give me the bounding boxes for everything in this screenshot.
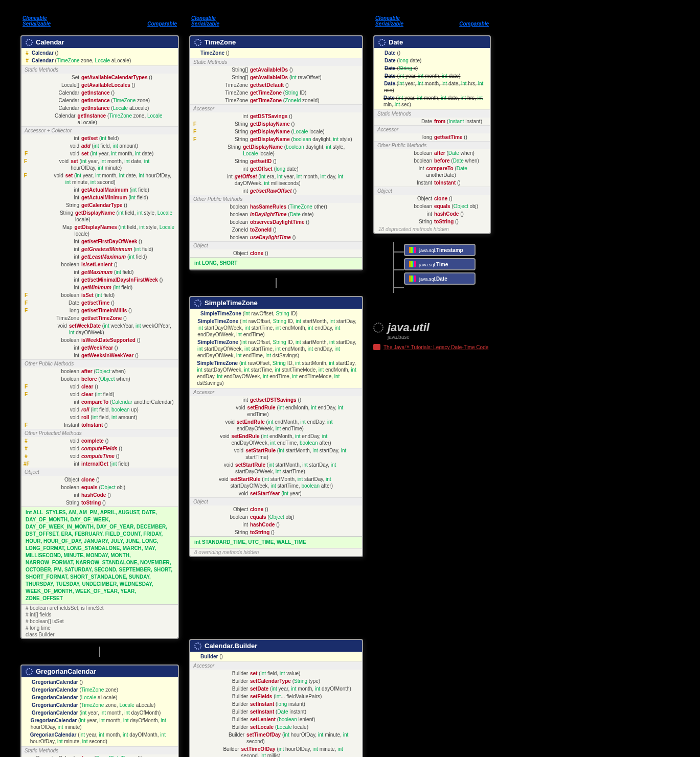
constructors: SimpleTimeZone (int rawOffset, String ID… [190,309,362,388]
method-row: String toString () [21,499,178,507]
method-row: int getDSTSavings () [190,112,362,120]
method-row: boolean equals (Object obj) [190,513,362,521]
method-row: # void complete () [21,437,178,445]
section-header: Object [374,187,490,195]
class-header: Calendar [21,36,178,48]
fields: int LONG, SHORT [190,257,362,269]
constructors: TimeZone () [190,48,362,58]
method-row: void setWeekDate (int weekYear, int week… [21,322,178,336]
constructors: GregorianCalendar ()GregorianCalendar (T… [21,677,178,746]
subclasses: java.sql.Timestampjava.sql.Timejava.sql.… [373,242,491,303]
subclass[interactable]: java.sql.Date [404,272,476,285]
method-row: void setEndRule (int endMonth, int endDa… [190,404,362,418]
class-icon [409,276,416,282]
class-header: Calendar.Builder [190,640,362,652]
method-row: boolean equals (Object obj) [374,202,490,210]
class-header: SimpleTimeZone [190,297,362,309]
method-row: F void clear () [21,383,178,391]
method-row: GregorianCalendar from (ZonedDateTime zd… [21,754,178,757]
method-row: F void set (int year, int month, int dat… [21,172,178,186]
method-row: int getOffset (long date) [190,165,362,173]
method-row: String get/setID () [190,157,362,165]
class-icon [194,39,201,46]
inheritance-line [189,278,363,288]
class-icon [409,247,416,253]
member: # long time [21,625,178,631]
method-row: void setStartRule (int startMonth, int s… [190,447,362,461]
tutorial-link[interactable]: The Java™ Tutorials: Legacy Date-Time Co… [373,344,491,350]
method-row: F Date get/setTime () [21,299,178,307]
class-header: TimeZone [190,36,362,48]
section-header: Accessor [190,661,362,670]
method-row: F long get/setTimeInMillis () [21,307,178,314]
method-row: void setStartYear (int year) [190,490,362,497]
method-row: boolean is/setLenient () [21,261,178,268]
method-row: void roll (int field, int amount) [21,414,178,421]
hidden-note: 18 deprecated methods hidden [374,225,490,233]
section-header: Static Methods [374,109,490,118]
method-row: F void clear (int field) [21,391,178,398]
method-row: int compareTo (Calendar anotherCalendar) [21,398,178,406]
method-row: int get/set (int field) [21,134,178,142]
method-row: Builder setInstant (long instant) [190,700,362,708]
method-row: boolean after (Date when) [374,149,490,157]
class-Calendar.Builder: Calendar.BuilderBuilder ()Accessor Build… [189,639,363,757]
method-row: TimeZone get/setDefault () [190,81,362,89]
method-row: Builder setTimeOfDay (int hourOfDay, int… [190,731,362,745]
method-row: boolean useDaylightTime () [190,234,362,241]
member: # int[] fields [21,611,178,618]
section-header: Object [190,241,362,249]
method-row: int getLeastMaximum (int field) [21,253,178,261]
implements: CloneableSerializable Comparable [373,15,491,28]
method-row: F Instant toInstant () [21,421,178,429]
class-GregorianCalendar: GregorianCalendarGregorianCalendar ()Gre… [20,664,179,757]
method-row: ZoneId toZoneId () [190,226,362,234]
class-icon [378,39,386,46]
method-row: int getGreatestMinimum (int field) [21,245,178,253]
method-row: int compareTo (Date anotherDate) [374,165,490,179]
method-row: F String getDisplayName (Locale locale) [190,128,362,135]
method-row: Builder setLocale (Locale locale) [190,723,362,731]
method-row: int hashCode () [190,521,362,529]
section-header: Other Protected Methods [21,429,178,437]
method-row: Builder setTimeOfDay (int hourOfDay, int… [190,745,362,757]
method-row: int get/setRawOffset () [190,187,362,195]
method-row: TimeZone getTimeZone (ZoneId zoneId) [190,97,362,104]
method-row: Calendar getInstance (TimeZone zone) [21,97,178,104]
method-row: void setEndRule (int endMonth, int endDa… [190,432,362,447]
method-row: boolean before (Object when) [21,375,178,383]
method-row: int hashCode () [21,491,178,499]
section-header: Accessor [190,388,362,396]
class-icon [409,261,416,267]
class-icon [194,300,201,307]
method-row: F void set (int year, int month, int dat… [21,157,178,172]
method-row: int getActualMaximum (int field) [21,186,178,194]
method-row: int get/setFirstDayOfWeek () [21,238,178,245]
method-row: Object clone () [190,506,362,513]
section-header: Object [190,497,362,506]
method-row: Calendar getInstance (Locale aLocale) [21,104,178,112]
section-header: Accessor + Collector [21,126,178,134]
method-row: void setStartRule (int startMonth, int s… [190,461,362,475]
method-row: # void computeTime () [21,452,178,460]
section-header: Accessor [190,104,362,112]
method-row: Builder setFields (int... fieldValuePair… [190,693,362,700]
class-Date: DateDate ()Date (long date)Date (String … [373,35,491,234]
method-row: int getActualMinimum (int field) [21,194,178,201]
hidden-note: 8 overriding methods hidden [190,548,362,556]
constructors: #Calendar ()#Calendar (TimeZone zone, Lo… [21,48,178,65]
section-header: Other Public Methods [374,141,490,149]
method-row: String getCalendarType () [21,201,178,209]
class-icon [26,39,33,46]
section-header: Object [21,468,178,476]
method-row: Locale[] getAvailableLocales () [21,81,178,89]
method-row: void roll (int field, boolean up) [21,406,178,414]
method-row: long get/setTime () [374,133,490,141]
method-row: int get/setDSTSavings () [190,396,362,404]
member: # boolean areFieldsSet, isTimeSet [21,605,178,611]
subclass[interactable]: java.sql.Time [404,258,476,270]
class-icon [26,668,33,675]
method-row: F String getDisplayName (boolean dayligh… [190,135,362,143]
method-row: Calendar getInstance (TimeZone zone, Loc… [21,112,178,126]
subclass[interactable]: java.sql.Timestamp [404,244,476,256]
